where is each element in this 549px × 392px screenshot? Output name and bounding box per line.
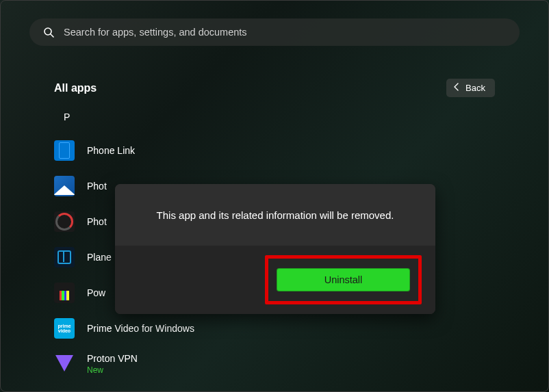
annotation-highlight: Uninstall: [265, 255, 422, 304]
app-label: Plane: [87, 252, 112, 263]
powertoys-icon: [54, 283, 75, 303]
app-label: Phone Link: [87, 145, 135, 156]
app-label: Phot: [87, 181, 107, 192]
svg-line-1: [51, 34, 53, 37]
dialog-action-row: Uninstall: [115, 246, 435, 314]
prime-icon-text: primevideo: [58, 324, 71, 333]
dialog-message: This app and its related information wil…: [157, 209, 394, 221]
header-row: All apps Back: [54, 79, 495, 97]
app-item-proton-vpn[interactable]: Proton VPN New: [54, 354, 495, 374]
search-icon: [43, 27, 54, 38]
app-icon: [54, 247, 75, 267]
app-sublabel-new: New: [87, 365, 138, 375]
app-item-prime-video[interactable]: primevideo Prime Video for Windows: [54, 318, 495, 339]
proton-vpn-icon: [54, 354, 75, 374]
search-bar[interactable]: Search for apps, settings, and documents: [29, 18, 520, 46]
uninstall-button[interactable]: Uninstall: [277, 268, 410, 291]
search-placeholder: Search for apps, settings, and documents: [64, 27, 247, 38]
prime-video-icon: primevideo: [54, 318, 75, 339]
app-label: Pow: [87, 287, 105, 298]
dialog-message-row: This app and its related information wil…: [115, 184, 435, 246]
phone-link-icon: [54, 140, 75, 161]
uninstall-dialog: This app and its related information wil…: [115, 184, 435, 314]
page-title: All apps: [54, 82, 97, 94]
app-label: Phot: [87, 216, 107, 227]
app-label: Proton VPN: [87, 353, 138, 364]
back-button-label: Back: [465, 83, 485, 93]
app-item-phone-link[interactable]: Phone Link: [54, 140, 495, 161]
app-icon: [54, 211, 75, 232]
app-text-column: Proton VPN New: [87, 353, 138, 375]
section-letter[interactable]: P: [64, 112, 495, 122]
back-button[interactable]: Back: [446, 79, 495, 97]
app-label: Prime Video for Windows: [87, 323, 194, 334]
photos-icon: [54, 176, 75, 196]
chevron-left-icon: [453, 83, 460, 93]
